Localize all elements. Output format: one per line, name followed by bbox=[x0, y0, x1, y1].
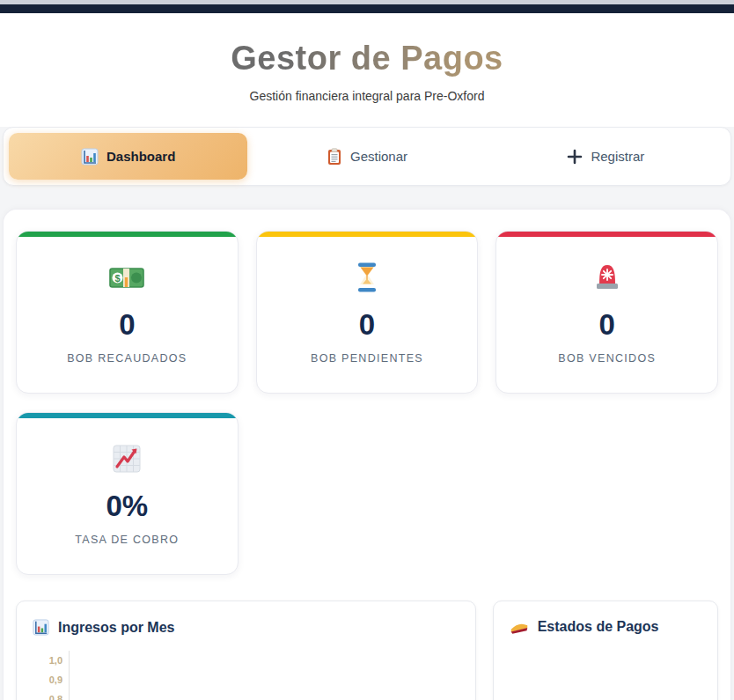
tab-registrar-label: Registrar bbox=[591, 149, 644, 164]
chart-increasing-icon bbox=[111, 441, 143, 476]
svg-text:$: $ bbox=[115, 273, 121, 284]
stat-value: 0% bbox=[106, 490, 148, 522]
bar-chart-icon bbox=[81, 148, 99, 166]
pie-icon bbox=[510, 620, 529, 635]
stat-label: BOB PENDIENTES bbox=[311, 352, 423, 365]
estados-panel-title: Estados de Pagos bbox=[538, 619, 659, 635]
panel-title-row: Estados de Pagos bbox=[510, 619, 701, 635]
money-banknote-icon: $ bbox=[108, 260, 145, 295]
clipboard-icon bbox=[327, 148, 342, 166]
app-window: Gestor de Pagos Gestión financiera integ… bbox=[0, 0, 734, 700]
card-accent-red bbox=[496, 232, 717, 237]
top-navy-bar bbox=[0, 4, 734, 13]
page-title: Gestor de Pagos bbox=[231, 40, 503, 77]
ytick: 1,0 bbox=[33, 651, 62, 670]
stat-value: 0 bbox=[359, 309, 375, 341]
stat-label: BOB RECAUDADOS bbox=[67, 352, 187, 365]
hourglass-icon bbox=[356, 260, 378, 295]
main-content: $ 0 BOB RECAUDADOS bbox=[3, 209, 731, 700]
tab-dashboard[interactable]: Dashboard bbox=[9, 133, 247, 180]
stat-label: BOB VENCIDOS bbox=[558, 352, 656, 365]
stat-value: 0 bbox=[119, 309, 135, 341]
stats-grid: $ 0 BOB RECAUDADOS bbox=[16, 231, 718, 394]
stat-card-pendientes: 0 BOB PENDIENTES bbox=[256, 231, 479, 394]
ingresos-panel-title: Ingresos por Mes bbox=[58, 620, 174, 636]
tab-registrar[interactable]: Registrar bbox=[487, 133, 725, 180]
ingresos-por-mes-panel: Ingresos por Mes 1,0 0,9 0,8 bbox=[16, 601, 476, 700]
ytick: 0,9 bbox=[33, 670, 62, 689]
stat-value: 0 bbox=[598, 309, 614, 341]
panel-title-row: Ingresos por Mes bbox=[33, 619, 459, 636]
ytick: 0,8 bbox=[33, 689, 62, 700]
bar-chart-icon bbox=[33, 619, 49, 636]
stat-card-vencidos: 0 BOB VENCIDOS bbox=[495, 231, 718, 394]
page-header: Gestor de Pagos Gestión financiera integ… bbox=[0, 13, 734, 127]
card-accent-green bbox=[17, 232, 238, 237]
police-light-icon bbox=[592, 260, 622, 295]
chart-y-axis-line bbox=[69, 651, 70, 700]
ingresos-chart: 1,0 0,9 0,8 bbox=[33, 651, 459, 700]
plus-icon bbox=[567, 149, 583, 165]
charts-row: Ingresos por Mes 1,0 0,9 0,8 bbox=[16, 601, 718, 700]
tab-bar: Dashboard Gestionar bbox=[3, 127, 731, 186]
stat-card-recaudados: $ 0 BOB RECAUDADOS bbox=[16, 231, 239, 394]
tab-gestionar-label: Gestionar bbox=[350, 149, 407, 164]
tab-dashboard-label: Dashboard bbox=[106, 149, 175, 164]
tab-gestionar[interactable]: Gestionar bbox=[247, 133, 486, 180]
card-accent-yellow bbox=[257, 232, 478, 237]
estados-de-pagos-panel: Estados de Pagos bbox=[493, 601, 718, 700]
chart-y-axis-ticks: 1,0 0,9 0,8 bbox=[33, 651, 62, 700]
stat-card-tasa-cobro: 0% TASA DE COBRO bbox=[16, 412, 239, 575]
card-accent-teal bbox=[17, 413, 238, 418]
page-subtitle: Gestión financiera integral para Pre-Oxf… bbox=[0, 89, 734, 103]
stat-label: TASA DE COBRO bbox=[75, 534, 179, 546]
